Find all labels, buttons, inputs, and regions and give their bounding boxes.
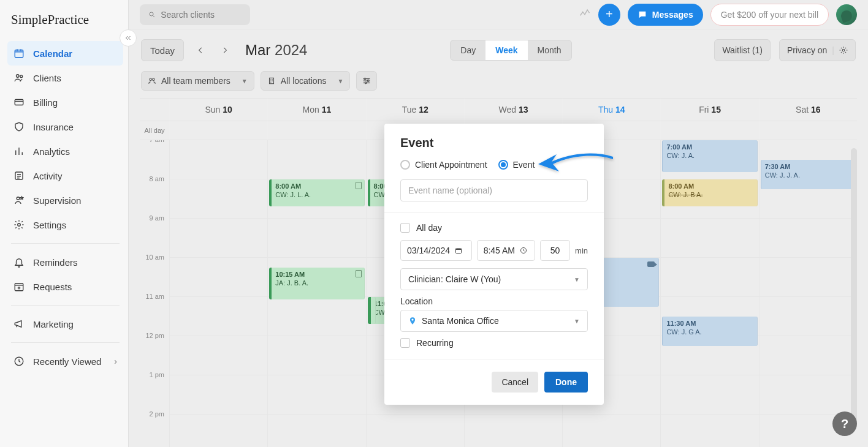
time-field[interactable]: 8:45 AM: [477, 240, 535, 261]
user-avatar[interactable]: [836, 4, 857, 25]
search-input[interactable]: [161, 10, 242, 20]
nav-activity[interactable]: Activity: [7, 163, 123, 188]
radio-event[interactable]: Event: [498, 160, 535, 170]
nav-reminders[interactable]: Reminders: [7, 250, 123, 274]
nav-label: Calendar: [33, 48, 72, 59]
allday-cell[interactable]: [660, 121, 758, 140]
event[interactable]: 7:30 AM CW: J. J. A.: [761, 160, 856, 189]
chat-icon: [638, 10, 647, 20]
next-week-button[interactable]: [217, 42, 233, 58]
filter-settings[interactable]: [356, 71, 377, 91]
search-icon: [148, 10, 156, 19]
radio-label: Event: [513, 160, 535, 170]
event[interactable]: 7:00 AM CW: J. A.: [662, 140, 757, 172]
nav-label: Marketing: [33, 319, 74, 329]
allday-label: All day: [416, 223, 442, 233]
nav-billing[interactable]: Billing: [7, 90, 123, 115]
chevron-left-icon: [196, 46, 205, 54]
nav-calendar[interactable]: Calendar: [7, 41, 123, 66]
allday-checkbox[interactable]: [400, 223, 410, 233]
gear-icon: [839, 46, 848, 54]
radio-icon: [400, 160, 410, 170]
event[interactable]: 8:00 AM CW: J. B A.: [662, 179, 757, 206]
view-week[interactable]: Week: [485, 40, 527, 60]
nav-recent[interactable]: Recently Viewed ›: [7, 349, 123, 374]
building-icon: [267, 77, 276, 85]
day-head-mon[interactable]: Mon 11: [267, 99, 365, 121]
allday-cell[interactable]: [759, 121, 857, 140]
calendar-icon: [13, 48, 25, 59]
promo-button[interactable]: Get $200 off your next bill: [710, 4, 829, 26]
day-head-sat[interactable]: Sat 16: [759, 99, 857, 121]
day-col-fri[interactable]: 7:00 AM CW: J. A. 8:00 AM CW: J. B A. 11…: [660, 140, 758, 447]
day-head-wed[interactable]: Wed 13: [464, 99, 562, 121]
location-filter[interactable]: All locations ▼: [261, 71, 351, 91]
day-head-thu[interactable]: Thu 14: [562, 99, 660, 121]
caret-icon: ▼: [242, 78, 248, 85]
caret-icon: ▼: [574, 318, 580, 325]
day-head-tue[interactable]: Tue 12: [366, 99, 464, 121]
nav-requests[interactable]: Requests: [7, 274, 123, 299]
scrollbar[interactable]: [851, 148, 857, 426]
nav-settings[interactable]: Settings: [7, 212, 123, 237]
team-filter[interactable]: All team members ▼: [141, 71, 254, 91]
button-label: Get $200 off your next bill: [721, 10, 818, 20]
help-button[interactable]: ?: [832, 411, 857, 436]
event-name-input[interactable]: [400, 179, 588, 201]
nav-label: Supervision: [33, 195, 81, 206]
radio-icon: [498, 160, 508, 170]
clinician-select[interactable]: Clinician: Claire W (You) ▼: [400, 268, 588, 290]
day-col-mon[interactable]: 8:00 AM CW: J. L. A. 10:15 AM JA: J. B. …: [267, 140, 365, 447]
logo: SimplePractice: [0, 7, 128, 34]
sidebar-collapse-button[interactable]: [120, 29, 137, 47]
top-bar: + Messages Get $200 off your next bill: [129, 0, 868, 29]
calendar-icon: [455, 247, 462, 254]
waitlist-button[interactable]: Waitlist (1): [714, 39, 771, 61]
video-icon: [647, 261, 655, 267]
gear-icon: [13, 219, 25, 230]
view-day[interactable]: Day: [451, 40, 485, 60]
today-button[interactable]: Today: [141, 39, 184, 61]
recurring-checkbox[interactable]: [400, 338, 410, 348]
doc-icon: [356, 182, 362, 189]
view-month[interactable]: Month: [528, 40, 571, 60]
cancel-button[interactable]: Cancel: [492, 372, 538, 393]
location-select[interactable]: Santa Monica Office ▼: [400, 310, 588, 332]
calendar-toolbar: Today Mar 2024 Day Week Month Waitlist (…: [129, 29, 868, 71]
chevron-double-left-icon: [124, 34, 132, 42]
day-head-fri[interactable]: Fri 15: [660, 99, 758, 121]
done-button[interactable]: Done: [544, 372, 588, 393]
day-col-sat[interactable]: 7:30 AM CW: J. J. A.: [759, 140, 857, 447]
radio-client-appointment[interactable]: Client Appointment: [400, 160, 487, 170]
duration-field[interactable]: 50: [540, 240, 570, 261]
duration-unit: min: [575, 246, 588, 255]
bell-icon: [13, 257, 25, 268]
allday-label: All day: [140, 121, 169, 140]
event[interactable]: 11:30 AM CW: J. G A.: [662, 317, 757, 346]
nav-clients[interactable]: Clients: [7, 66, 123, 90]
day-header: Sun 10 Mon 11 Tue 12 Wed 13 Thu 14 Fri 1…: [140, 98, 857, 121]
day-col-sun[interactable]: [169, 140, 267, 447]
nav-label: Clients: [33, 73, 61, 83]
nav-insurance[interactable]: Insurance: [7, 115, 123, 139]
nav-supervision[interactable]: Supervision: [7, 188, 123, 212]
prev-week-button[interactable]: [192, 42, 208, 58]
allday-cell[interactable]: [267, 121, 365, 140]
analytics-shortcut[interactable]: [579, 7, 591, 21]
event-sliver[interactable]: [368, 297, 376, 324]
svg-rect-3: [15, 100, 23, 105]
messages-button[interactable]: Messages: [628, 4, 703, 26]
date-field[interactable]: 03/14/2024: [400, 240, 472, 261]
modal-title: Event: [400, 136, 588, 150]
search-clients[interactable]: [140, 4, 250, 25]
bars-icon: [13, 146, 25, 157]
nav-marketing[interactable]: Marketing: [7, 312, 123, 336]
new-button[interactable]: +: [598, 4, 620, 26]
event[interactable]: 10:15 AM JA: J. B. A.: [269, 268, 364, 299]
day-head-sun[interactable]: Sun 10: [169, 99, 267, 121]
event[interactable]: 8:00 AM CW: J. L. A.: [269, 179, 364, 206]
allday-cell[interactable]: [169, 121, 267, 140]
privacy-toggle[interactable]: Privacy on |: [779, 39, 856, 61]
nav-analytics[interactable]: Analytics: [7, 139, 123, 163]
caret-icon: ▼: [574, 276, 580, 283]
